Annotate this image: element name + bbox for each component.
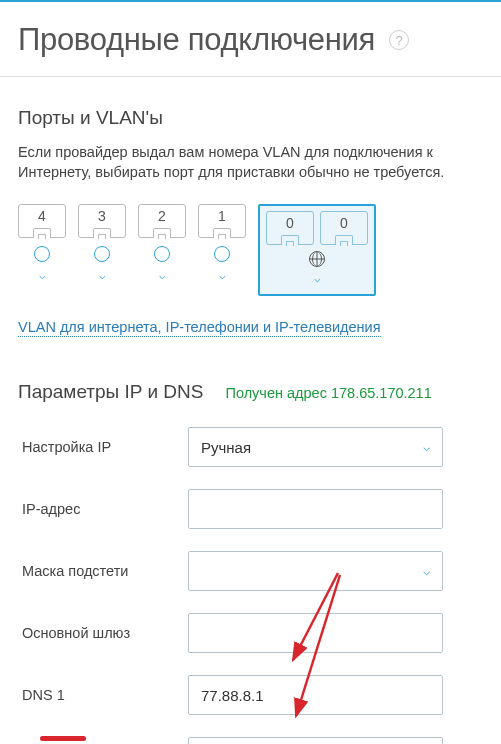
ip-address-label: IP-адрес [18, 501, 188, 517]
ip-heading: Параметры IP и DNS [18, 381, 203, 403]
gateway-input[interactable] [188, 613, 443, 653]
globe-icon [309, 251, 325, 267]
ethernet-jack-icon [33, 228, 51, 238]
annotation-underline [40, 736, 86, 741]
chevron-down-icon: ⌵ [423, 564, 430, 578]
ethernet-jack-icon [213, 228, 231, 238]
port-radio[interactable] [34, 246, 50, 262]
chevron-down-icon: ⌵ [423, 440, 430, 454]
ip-address-input[interactable] [188, 489, 443, 529]
ethernet-jack-icon [93, 228, 111, 238]
port-radio[interactable] [214, 246, 230, 262]
port-4[interactable]: 4 ⌵ [18, 204, 66, 296]
chevron-down-icon[interactable]: ⌵ [314, 273, 321, 284]
ethernet-jack-icon [153, 228, 171, 238]
ip-form: Настройка IP Ручная ⌵ IP-адрес Маска под… [18, 427, 483, 744]
port-label: 0 [340, 215, 348, 231]
page-title: Проводные подключения [18, 22, 375, 58]
chevron-down-icon[interactable]: ⌵ [99, 270, 106, 281]
port-radio[interactable] [94, 246, 110, 262]
ethernet-jack-icon [281, 235, 299, 245]
port-label: 2 [158, 208, 166, 224]
ip-status: Получен адрес 178.65.170.211 [225, 385, 431, 401]
port-1[interactable]: 1 ⌵ [198, 204, 246, 296]
ip-mode-label: Настройка IP [18, 439, 188, 455]
wan-port-group[interactable]: 0 0 ⌵ [258, 204, 376, 296]
wan-port-0a[interactable]: 0 [266, 211, 314, 245]
ports-heading: Порты и VLAN'ы [18, 107, 483, 129]
port-2[interactable]: 2 ⌵ [138, 204, 186, 296]
ports-row: 4 ⌵ 3 ⌵ 2 ⌵ 1 ⌵ 0 0 ⌵ [18, 204, 483, 296]
gateway-label: Основной шлюз [18, 625, 188, 641]
ip-mode-value: Ручная [201, 439, 251, 456]
chevron-down-icon[interactable]: ⌵ [219, 270, 226, 281]
port-3[interactable]: 3 ⌵ [78, 204, 126, 296]
port-label: 1 [218, 208, 226, 224]
port-label: 3 [98, 208, 106, 224]
subnet-label: Маска подстети [18, 563, 188, 579]
dns1-label: DNS 1 [18, 687, 188, 703]
subnet-select[interactable]: ⌵ [188, 551, 443, 591]
help-icon[interactable]: ? [389, 30, 409, 50]
chevron-down-icon[interactable]: ⌵ [159, 270, 166, 281]
wan-port-0b[interactable]: 0 [320, 211, 368, 245]
dns2-input[interactable]: 77.88.8.8 [188, 737, 443, 744]
ethernet-jack-icon [335, 235, 353, 245]
port-label: 0 [286, 215, 294, 231]
ip-mode-select[interactable]: Ручная ⌵ [188, 427, 443, 467]
port-label: 4 [38, 208, 46, 224]
dns1-value: 77.88.8.1 [201, 687, 264, 704]
port-radio[interactable] [154, 246, 170, 262]
chevron-down-icon[interactable]: ⌵ [39, 270, 46, 281]
ports-description: Если провайдер выдал вам номера VLAN для… [18, 143, 483, 182]
vlan-link[interactable]: VLAN для интернета, IP-телефонии и IP-те… [18, 319, 381, 337]
dns1-input[interactable]: 77.88.8.1 [188, 675, 443, 715]
